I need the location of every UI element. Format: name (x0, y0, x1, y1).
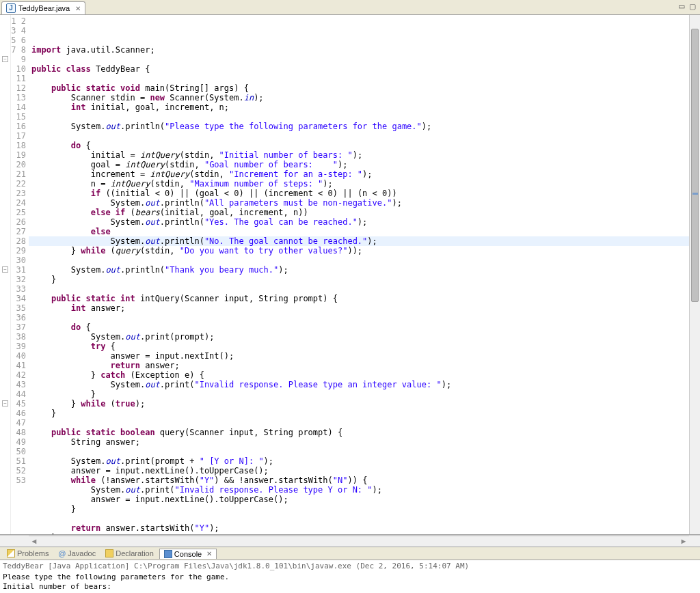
tab-console[interactable]: Console ✕ (159, 549, 217, 559)
file-tab-teddybear[interactable]: J TeddyBear.java ✕ (1, 1, 85, 14)
bottom-view-tab-bar: Problems @ Javadoc Declaration Console ✕ (0, 547, 700, 560)
scroll-left-arrow[interactable]: ◄ (29, 536, 40, 546)
tab-filename: TeddyBear.java (18, 4, 70, 12)
scrollbar-mark (692, 193, 698, 195)
line-number-gutter: 1 2 3 4 5 6 7 8 9 10 11 12 13 14 15 16 1… (11, 15, 29, 534)
close-tab-icon[interactable]: ✕ (75, 5, 81, 12)
console-icon (164, 550, 172, 558)
fold-toggle-icon[interactable]: − (2, 266, 8, 273)
console-panel: TeddyBear [Java Application] C:\Program … (0, 560, 700, 593)
tab-label: Console (174, 550, 202, 558)
declaration-icon (105, 549, 113, 557)
scroll-right-arrow[interactable]: ► (678, 536, 689, 546)
tab-problems[interactable]: Problems (3, 549, 53, 558)
fold-toggle-icon[interactable]: − (2, 400, 8, 406)
tab-javadoc[interactable]: @ Javadoc (54, 549, 100, 558)
minimize-icon[interactable]: ▭ (677, 1, 686, 11)
gutter-fold-column: −−− (0, 15, 11, 534)
tab-label: Javadoc (68, 549, 96, 557)
java-file-icon: J (6, 3, 16, 13)
problems-icon (7, 549, 15, 557)
tab-label: Problems (17, 549, 49, 557)
console-output-line: Please type the following parameters for… (3, 573, 697, 582)
editor-tab-bar: J TeddyBear.java ✕ ▭ ▢ (0, 0, 700, 15)
tab-label: Declaration (116, 549, 154, 557)
tab-declaration[interactable]: Declaration (101, 549, 158, 558)
code-content[interactable]: import java.util.Scanner; public class T… (29, 15, 689, 534)
javadoc-icon: @ (58, 549, 66, 557)
maximize-icon[interactable]: ▢ (688, 1, 697, 11)
code-editor[interactable]: −−− 1 2 3 4 5 6 7 8 9 10 11 12 13 14 15 … (0, 15, 700, 535)
scrollbar-thumb[interactable] (691, 29, 699, 302)
close-console-icon[interactable]: ✕ (206, 550, 212, 557)
console-output-line: Initial number of bears: (3, 582, 697, 592)
vertical-scrollbar[interactable] (689, 15, 700, 534)
horizontal-scrollbar[interactable]: ◄ ► (29, 536, 689, 547)
fold-toggle-icon[interactable]: − (2, 56, 8, 62)
console-process-title: TeddyBear [Java Application] C:\Program … (3, 562, 697, 573)
